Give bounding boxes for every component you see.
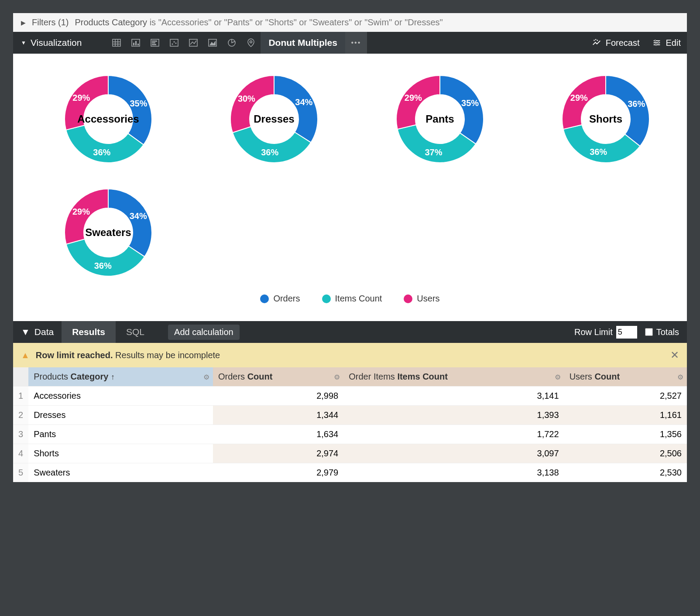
table-row: 1Accessories2,9983,1412,527	[13, 387, 687, 406]
chevron-right-icon: ▶	[21, 19, 26, 26]
column-header[interactable]: Orders Count⚙	[213, 367, 343, 387]
scatter-chart-icon[interactable]	[165, 32, 184, 54]
svg-text:34%: 34%	[130, 211, 147, 221]
donut-chart: 35%37%29%Pants	[379, 67, 501, 171]
forecast-button[interactable]: Forecast	[586, 38, 646, 48]
data-bar: ▼ Data Results SQL Add calculation Row L…	[13, 321, 687, 343]
app-frame: ▶ Filters (1) Products Category is "Acce…	[13, 13, 687, 482]
dimension-cell: Accessories	[28, 387, 213, 406]
row-limit-input[interactable]	[616, 326, 637, 339]
svg-text:34%: 34%	[295, 97, 312, 107]
gear-icon[interactable]: ⚙	[555, 373, 561, 381]
warning-icon: ▲	[21, 350, 30, 360]
column-chart-icon[interactable]	[126, 32, 145, 54]
svg-point-24	[597, 40, 598, 41]
totals-label: Totals	[656, 327, 679, 337]
measure-cell: 2,979	[213, 463, 343, 483]
svg-rect-6	[133, 43, 134, 45]
close-icon[interactable]: ✕	[670, 349, 679, 361]
gear-icon[interactable]: ⚙	[203, 373, 209, 381]
area-chart-icon[interactable]	[203, 32, 222, 54]
table-viz-icon[interactable]	[107, 32, 126, 54]
gear-icon[interactable]: ⚙	[334, 373, 340, 381]
column-header[interactable]: Order Items Items Count⚙	[343, 367, 564, 387]
measure-cell: 2,530	[564, 463, 687, 483]
svg-rect-10	[152, 41, 157, 42]
chevron-down-icon[interactable]: ▼	[21, 40, 26, 46]
legend-dot	[322, 294, 331, 303]
svg-text:36%: 36%	[261, 147, 278, 157]
svg-text:36%: 36%	[590, 147, 607, 157]
legend-item: Users	[404, 294, 439, 304]
svg-point-21	[250, 41, 252, 43]
table-row: 3Pants1,6341,7221,356	[13, 425, 687, 444]
measure-cell: 3,141	[343, 387, 564, 406]
more-viz-icon[interactable]: •••	[345, 32, 367, 54]
row-limit-label: Row Limit	[574, 327, 613, 337]
line-chart-icon[interactable]	[184, 32, 203, 54]
measure-cell: 2,506	[564, 444, 687, 463]
svg-marker-19	[209, 41, 216, 45]
data-title: Data	[34, 327, 54, 337]
tab-sql[interactable]: SQL	[116, 321, 155, 343]
measure-cell: 1,393	[343, 406, 564, 425]
svg-point-28	[654, 40, 656, 42]
svg-rect-11	[152, 42, 155, 44]
svg-text:Pants: Pants	[425, 113, 454, 125]
measure-cell: 1,356	[564, 425, 687, 444]
dimension-cell: Sweaters	[28, 463, 213, 483]
svg-text:35%: 35%	[130, 99, 147, 108]
results-table: Products Category ↑⚙Orders Count⚙Order I…	[13, 367, 687, 482]
table-row: 4Shorts2,9743,0972,506	[13, 444, 687, 463]
svg-rect-7	[135, 41, 137, 45]
dimension-cell: Dresses	[28, 406, 213, 425]
measure-cell: 1,161	[564, 406, 687, 425]
bar-chart-icon[interactable]	[145, 32, 165, 54]
filters-label: Filters (1)	[32, 17, 69, 27]
chevron-down-icon[interactable]: ▼	[21, 327, 30, 337]
table-row: 2Dresses1,3441,3931,161	[13, 406, 687, 425]
selected-viz-type[interactable]: Donut Multiples	[261, 32, 345, 54]
column-header[interactable]: Users Count⚙	[564, 367, 687, 387]
measure-cell: 2,998	[213, 387, 343, 406]
charts-area: 35%36%29%Accessories34%36%30%Dresses35%3…	[13, 54, 687, 321]
svg-text:29%: 29%	[570, 93, 588, 103]
measure-cell: 3,138	[343, 463, 564, 483]
svg-text:35%: 35%	[461, 98, 479, 108]
svg-text:29%: 29%	[72, 207, 90, 216]
svg-point-22	[594, 40, 594, 41]
dimension-cell: Shorts	[28, 444, 213, 463]
svg-text:29%: 29%	[405, 93, 422, 103]
column-header[interactable]: Products Category ↑⚙	[28, 367, 213, 387]
add-calculation-button[interactable]: Add calculation	[168, 325, 240, 340]
measure-cell: 2,974	[213, 444, 343, 463]
gear-icon[interactable]: ⚙	[677, 373, 683, 381]
legend-dot	[260, 294, 269, 303]
edit-button[interactable]: Edit	[646, 38, 687, 48]
svg-point-16	[175, 43, 177, 44]
tab-results[interactable]: Results	[62, 321, 116, 343]
pie-chart-icon[interactable]	[222, 32, 241, 54]
dimension-cell: Pants	[28, 425, 213, 444]
visualization-bar: ▼ Visualization	[13, 32, 687, 54]
measure-cell: 2,527	[564, 387, 687, 406]
filters-description: Products Category is "Accessories" or "P…	[75, 17, 443, 27]
svg-text:Shorts: Shorts	[589, 113, 622, 125]
svg-point-29	[657, 42, 659, 44]
svg-text:Accessories: Accessories	[77, 113, 139, 125]
legend-dot	[404, 294, 412, 303]
totals-checkbox[interactable]	[645, 328, 653, 336]
warning-bar: ▲ Row limit reached. Results may be inco…	[13, 343, 687, 367]
svg-point-15	[174, 41, 175, 43]
svg-point-30	[655, 44, 657, 46]
viz-type-icons	[107, 32, 261, 54]
chart-legend: OrdersItems CountUsers	[21, 285, 679, 317]
svg-rect-13	[170, 39, 178, 46]
filters-bar[interactable]: ▶ Filters (1) Products Category is "Acce…	[13, 13, 687, 32]
svg-text:Dresses: Dresses	[254, 113, 294, 125]
svg-point-14	[172, 44, 173, 45]
measure-cell: 1,634	[213, 425, 343, 444]
svg-rect-12	[152, 44, 156, 45]
map-viz-icon[interactable]	[241, 32, 261, 54]
visualization-title: Visualization	[31, 38, 82, 48]
